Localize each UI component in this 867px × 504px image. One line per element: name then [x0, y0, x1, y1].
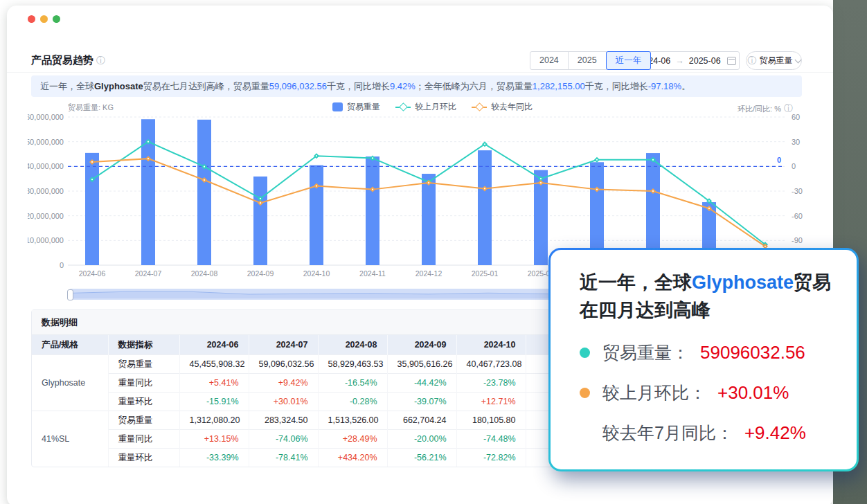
value-cell: 40,467,723.08 — [456, 355, 526, 374]
tooltip-item-mom: 较上月环比： +30.01% — [580, 381, 832, 404]
chevron-down-icon — [794, 56, 801, 63]
table-header-cell: 2024-06 — [179, 335, 249, 355]
value-cell: -56.21% — [387, 449, 456, 467]
value-cell: +13.15% — [179, 430, 249, 449]
value-cell: +28.49% — [318, 430, 387, 449]
value-cell: +12.71% — [456, 393, 526, 411]
tooltip-item-trade-weight: 贸易重量： 59096032.56 — [580, 341, 832, 364]
minimize-window-icon[interactable] — [40, 15, 48, 23]
svg-text:-90: -90 — [792, 236, 803, 244]
close-window-icon[interactable] — [28, 15, 35, 23]
value-cell: -74.48% — [456, 430, 526, 449]
value-cell: -23.78% — [456, 374, 526, 393]
calendar-icon — [727, 57, 736, 65]
svg-text:2024-11: 2024-11 — [359, 269, 386, 278]
range-recent-year-button[interactable]: 近一年 — [606, 51, 652, 70]
chart-tooltip-card: 近一年，全球Glyphosate贸易在四月达到高峰 贸易重量： 59096032… — [548, 248, 859, 471]
arrow-right-icon: → — [675, 56, 684, 66]
table-header-cell: 2024-09 — [387, 335, 456, 355]
metric-cell: 重量同比 — [108, 374, 179, 393]
svg-text:2024-12: 2024-12 — [415, 269, 443, 278]
value-cell: -72.82% — [456, 449, 526, 467]
table-header-cell: 2024-10 — [456, 335, 526, 355]
datazoom-left-handle[interactable] — [67, 289, 73, 300]
svg-text:-60: -60 — [792, 212, 803, 220]
range-2025-button[interactable]: 2025 — [568, 51, 607, 70]
value-cell: -20.00% — [387, 430, 456, 449]
value-cell: +434.20% — [318, 449, 387, 467]
header-divider — [7, 72, 833, 73]
svg-text:30: 30 — [792, 138, 800, 146]
metric-cell: 贸易重量 — [108, 411, 179, 430]
maximize-window-icon[interactable] — [53, 15, 60, 23]
svg-text:0: 0 — [777, 156, 781, 164]
product-cell: Glyphosate — [32, 355, 108, 411]
svg-text:2024-10: 2024-10 — [303, 269, 330, 278]
range-2024-button[interactable]: 2024 — [530, 51, 569, 70]
svg-text:2024-08: 2024-08 — [191, 269, 218, 278]
value-cell: 180,105.80 — [456, 411, 526, 430]
value-cell: 45,455,908.32 — [179, 355, 249, 374]
svg-text:0: 0 — [60, 261, 64, 269]
table-header-cell: 2024-08 — [318, 335, 387, 355]
series-dot-teal-icon — [580, 388, 590, 398]
value-cell: +30.01% — [249, 393, 318, 411]
metric-dropdown[interactable]: ⓘ 贸易重量 — [746, 51, 802, 70]
page-title: 产品贸易趋势ⓘ — [31, 54, 105, 67]
table-header-cell: 2024-07 — [249, 335, 318, 355]
value-cell: 1,312,080.20 — [179, 411, 249, 430]
value-cell: -39.07% — [387, 393, 456, 411]
metric-cell: 重量环比 — [108, 393, 179, 411]
value-cell: 58,929,463.53 — [318, 355, 387, 374]
svg-text:60: 60 — [792, 113, 800, 121]
svg-text:2024-06: 2024-06 — [79, 269, 106, 278]
value-cell: 662,704.24 — [387, 411, 456, 430]
value-cell: +5.41% — [179, 374, 249, 393]
svg-text:40,000,000: 40,000,000 — [28, 162, 64, 170]
svg-text:-30: -30 — [792, 187, 803, 195]
title-info-icon[interactable]: ⓘ — [96, 55, 105, 66]
summary-banner: 近一年，全球Glyphosate贸易在七月达到高峰，贸易重量59,096,032… — [31, 75, 802, 97]
value-cell: -16.54% — [318, 374, 387, 393]
table-header-cell: 数据指标 — [108, 335, 179, 355]
svg-text:2024-07: 2024-07 — [135, 269, 162, 278]
metric-dropdown-label: 贸易重量 — [760, 55, 793, 66]
value-cell: -15.91% — [179, 393, 249, 411]
value-cell: 59,096,032.56 — [249, 355, 318, 374]
metric-cell: 重量同比 — [108, 430, 179, 449]
tooltip-item-yoy: 较去年7月同比： +9.42% — [580, 422, 832, 444]
value-cell: -74.06% — [249, 430, 318, 449]
value-cell: -33.39% — [179, 449, 249, 467]
value-cell: 1,513,526.00 — [318, 411, 387, 430]
value-cell: 35,905,616.26 — [387, 355, 456, 374]
series-dot-blue-icon — [580, 348, 590, 358]
date-end: 2025-06 — [689, 56, 721, 66]
value-cell: 283,324.50 — [249, 411, 318, 430]
svg-text:10,000,000: 10,000,000 — [28, 236, 64, 244]
svg-text:60,000,000: 60,000,000 — [28, 113, 64, 121]
metric-cell: 贸易重量 — [108, 355, 179, 374]
window-controls — [28, 15, 60, 23]
series-dot-orange-icon — [580, 428, 590, 438]
tooltip-title: 近一年，全球Glyphosate贸易在四月达到高峰 — [580, 269, 841, 324]
metric-cell: 重量环比 — [108, 449, 179, 467]
time-range-segmented-control: 2024 2025 近一年 — [530, 51, 651, 70]
svg-text:2025-01: 2025-01 — [472, 269, 499, 278]
svg-text:20,000,000: 20,000,000 — [28, 212, 64, 220]
value-cell: +9.42% — [249, 374, 318, 393]
tooltip-content: 近一年，全球Glyphosate贸易在四月达到高峰 贸易重量： 59096032… — [551, 250, 857, 469]
value-cell: -78.41% — [249, 449, 318, 467]
metric-info-icon: ⓘ — [748, 55, 757, 67]
value-cell: -44.42% — [387, 374, 456, 393]
svg-text:0: 0 — [792, 162, 796, 170]
svg-text:2024-09: 2024-09 — [247, 269, 274, 278]
product-cell: 41%SL — [32, 411, 108, 467]
svg-text:50,000,000: 50,000,000 — [28, 138, 64, 146]
svg-text:30,000,000: 30,000,000 — [28, 187, 64, 195]
table-header-cell: 产品/规格 — [32, 335, 108, 355]
value-cell: -0.28% — [318, 393, 387, 411]
